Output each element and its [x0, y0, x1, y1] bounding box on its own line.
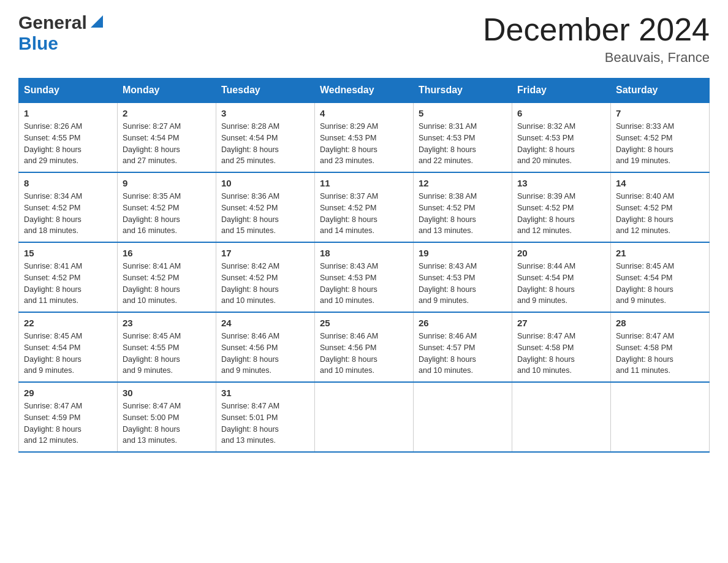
col-thursday: Thursday	[414, 79, 512, 103]
daylight-hours: Daylight: 8 hours	[517, 285, 575, 294]
daylight-minutes: and 10 minutes.	[517, 366, 572, 375]
daylight-hours: Daylight: 8 hours	[221, 285, 279, 294]
sunrise-info: Sunrise: 8:37 AM	[320, 192, 378, 201]
sunset-info: Sunset: 4:53 PM	[320, 134, 376, 142]
daylight-hours: Daylight: 8 hours	[419, 145, 476, 154]
sunset-info: Sunset: 4:54 PM	[24, 343, 80, 352]
table-row: 31Sunrise: 8:47 AMSunset: 5:01 PMDayligh…	[216, 382, 315, 452]
sunset-info: Sunset: 4:52 PM	[123, 204, 179, 212]
sunrise-info: Sunrise: 8:47 AM	[24, 402, 82, 410]
day-number: 20	[517, 248, 605, 258]
logo-triangle-icon	[88, 13, 105, 30]
daylight-hours: Daylight: 8 hours	[221, 145, 279, 154]
daylight-minutes: and 9 minutes.	[517, 296, 567, 305]
sunrise-info: Sunrise: 8:47 AM	[221, 402, 279, 410]
daylight-minutes: and 9 minutes.	[24, 366, 74, 375]
daylight-hours: Daylight: 8 hours	[320, 355, 377, 364]
sunrise-info: Sunrise: 8:38 AM	[419, 192, 477, 201]
sunset-info: Sunset: 4:54 PM	[616, 274, 672, 282]
daylight-hours: Daylight: 8 hours	[123, 425, 180, 434]
day-number: 31	[221, 388, 309, 398]
sunset-info: Sunset: 4:55 PM	[24, 134, 80, 142]
sunset-info: Sunset: 4:52 PM	[221, 204, 278, 212]
daylight-hours: Daylight: 8 hours	[320, 215, 377, 224]
table-row: 5Sunrise: 8:31 AMSunset: 4:53 PMDaylight…	[414, 102, 512, 172]
table-row: 28Sunrise: 8:47 AMSunset: 4:58 PMDayligh…	[611, 312, 710, 382]
day-info: Sunrise: 8:47 AMSunset: 5:00 PMDaylight:…	[123, 400, 211, 446]
daylight-minutes: and 20 minutes.	[517, 156, 572, 165]
table-row: 19Sunrise: 8:43 AMSunset: 4:53 PMDayligh…	[414, 242, 512, 312]
daylight-minutes: and 10 minutes.	[123, 296, 177, 305]
table-row: 12Sunrise: 8:38 AMSunset: 4:52 PMDayligh…	[414, 172, 512, 242]
table-row: 24Sunrise: 8:46 AMSunset: 4:56 PMDayligh…	[216, 312, 315, 382]
sunset-info: Sunset: 5:00 PM	[123, 413, 179, 422]
calendar-week-row: 1Sunrise: 8:26 AMSunset: 4:55 PMDaylight…	[19, 102, 710, 172]
sunrise-info: Sunrise: 8:45 AM	[616, 262, 674, 270]
day-info: Sunrise: 8:33 AMSunset: 4:52 PMDaylight:…	[616, 121, 704, 167]
sunrise-info: Sunrise: 8:43 AM	[320, 262, 378, 270]
sunrise-info: Sunrise: 8:34 AM	[24, 192, 82, 201]
sunrise-info: Sunrise: 8:28 AM	[221, 122, 279, 131]
daylight-minutes: and 9 minutes.	[419, 296, 469, 305]
sunrise-info: Sunrise: 8:32 AM	[517, 122, 575, 131]
daylight-hours: Daylight: 8 hours	[517, 355, 575, 364]
sunset-info: Sunset: 4:52 PM	[517, 204, 574, 212]
daylight-minutes: and 11 minutes.	[24, 296, 78, 305]
sunrise-info: Sunrise: 8:43 AM	[419, 262, 477, 270]
day-number: 19	[419, 248, 507, 258]
day-number: 23	[123, 318, 211, 328]
day-info: Sunrise: 8:35 AMSunset: 4:52 PMDaylight:…	[123, 191, 211, 237]
table-row: 13Sunrise: 8:39 AMSunset: 4:52 PMDayligh…	[512, 172, 611, 242]
sunset-info: Sunset: 4:58 PM	[616, 343, 672, 352]
day-number: 13	[517, 178, 605, 188]
logo: General Blue	[18, 12, 105, 54]
day-number: 7	[616, 108, 704, 118]
day-info: Sunrise: 8:38 AMSunset: 4:52 PMDaylight:…	[419, 191, 507, 237]
daylight-minutes: and 12 minutes.	[616, 226, 670, 235]
sunrise-info: Sunrise: 8:39 AM	[517, 192, 575, 201]
table-row: 4Sunrise: 8:29 AMSunset: 4:53 PMDaylight…	[315, 102, 414, 172]
day-info: Sunrise: 8:47 AMSunset: 4:58 PMDaylight:…	[517, 331, 605, 377]
table-row: 15Sunrise: 8:41 AMSunset: 4:52 PMDayligh…	[19, 242, 118, 312]
daylight-hours: Daylight: 8 hours	[320, 285, 377, 294]
sunset-info: Sunset: 4:53 PM	[517, 134, 574, 142]
daylight-minutes: and 11 minutes.	[616, 366, 670, 375]
daylight-hours: Daylight: 8 hours	[419, 285, 476, 294]
daylight-hours: Daylight: 8 hours	[320, 145, 377, 154]
daylight-minutes: and 22 minutes.	[419, 156, 473, 165]
day-info: Sunrise: 8:41 AMSunset: 4:52 PMDaylight:…	[123, 261, 211, 307]
daylight-minutes: and 10 minutes.	[221, 296, 276, 305]
day-number: 17	[221, 248, 309, 258]
sunrise-info: Sunrise: 8:44 AM	[517, 262, 575, 270]
table-row: 27Sunrise: 8:47 AMSunset: 4:58 PMDayligh…	[512, 312, 611, 382]
day-number: 18	[320, 248, 408, 258]
day-info: Sunrise: 8:45 AMSunset: 4:55 PMDaylight:…	[123, 331, 211, 377]
daylight-hours: Daylight: 8 hours	[616, 355, 673, 364]
table-row	[315, 382, 414, 452]
daylight-hours: Daylight: 8 hours	[123, 285, 180, 294]
day-info: Sunrise: 8:29 AMSunset: 4:53 PMDaylight:…	[320, 121, 408, 167]
table-row	[512, 382, 611, 452]
col-tuesday: Tuesday	[216, 79, 315, 103]
table-row: 1Sunrise: 8:26 AMSunset: 4:55 PMDaylight…	[19, 102, 118, 172]
day-info: Sunrise: 8:31 AMSunset: 4:53 PMDaylight:…	[419, 121, 507, 167]
day-info: Sunrise: 8:27 AMSunset: 4:54 PMDaylight:…	[123, 121, 211, 167]
daylight-minutes: and 23 minutes.	[320, 156, 374, 165]
day-info: Sunrise: 8:37 AMSunset: 4:52 PMDaylight:…	[320, 191, 408, 237]
sunset-info: Sunset: 4:53 PM	[419, 274, 475, 282]
sunset-info: Sunset: 4:54 PM	[123, 134, 179, 142]
title-block: December 2024 Beauvais, France	[483, 12, 710, 66]
col-sunday: Sunday	[19, 79, 118, 103]
calendar-week-row: 8Sunrise: 8:34 AMSunset: 4:52 PMDaylight…	[19, 172, 710, 242]
daylight-minutes: and 10 minutes.	[320, 366, 374, 375]
sunrise-info: Sunrise: 8:31 AM	[419, 122, 477, 131]
sunset-info: Sunset: 4:52 PM	[24, 274, 80, 282]
day-info: Sunrise: 8:40 AMSunset: 4:52 PMDaylight:…	[616, 191, 704, 237]
sunset-info: Sunset: 4:54 PM	[221, 134, 278, 142]
sunrise-info: Sunrise: 8:36 AM	[221, 192, 279, 201]
table-row: 9Sunrise: 8:35 AMSunset: 4:52 PMDaylight…	[118, 172, 216, 242]
day-number: 8	[24, 178, 112, 188]
day-number: 22	[24, 318, 112, 328]
table-row: 3Sunrise: 8:28 AMSunset: 4:54 PMDaylight…	[216, 102, 315, 172]
daylight-minutes: and 12 minutes.	[517, 226, 572, 235]
